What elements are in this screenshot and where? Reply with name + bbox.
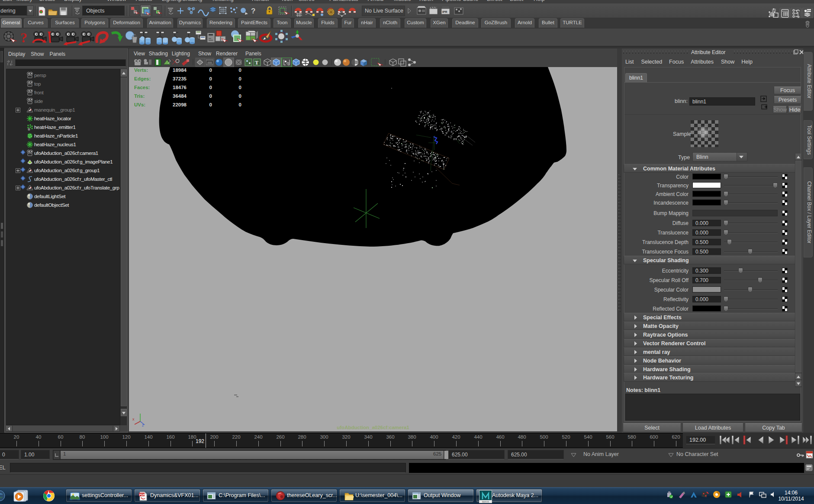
svg-text:?: ? — [20, 30, 27, 45]
svg-text:?: ? — [251, 7, 255, 15]
svg-text:z: z — [142, 423, 144, 427]
svg-text:MAYA: MAYA — [482, 501, 489, 503]
svg-text:x: x — [132, 417, 135, 421]
svg-text:T: T — [255, 59, 259, 66]
svg-text:IPR: IPR — [442, 10, 447, 13]
svg-text:PDF: PDF — [139, 493, 145, 496]
